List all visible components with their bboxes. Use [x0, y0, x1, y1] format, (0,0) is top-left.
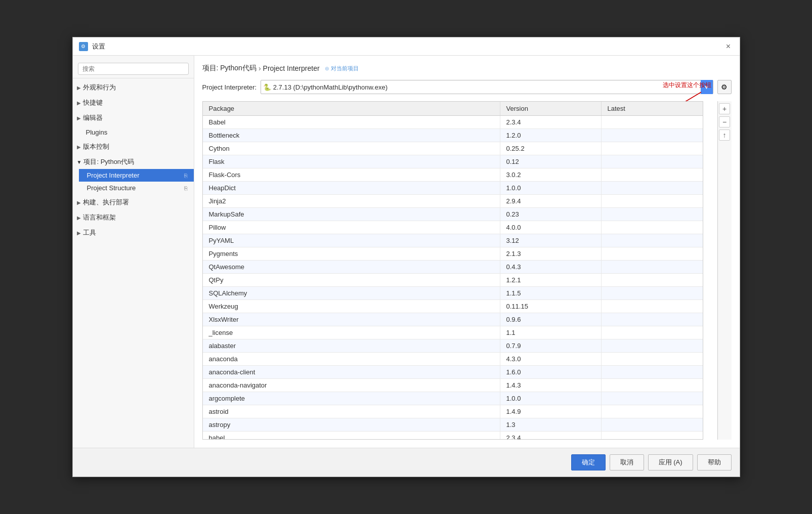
td-version: 1.0.0	[500, 392, 602, 405]
sidebar-item-tools[interactable]: ▶ 工具	[73, 226, 194, 240]
sidebar-group-tools: ▶ 工具	[73, 226, 194, 240]
breadcrumb-current: Project Interpreter	[263, 64, 320, 72]
arrow-icon: ▶	[77, 115, 81, 121]
help-button[interactable]: 帮助	[697, 454, 732, 470]
td-latest	[602, 129, 703, 142]
table-row[interactable]: SQLAlchemy 1.1.5	[203, 287, 703, 300]
sidebar-label-editor: 编辑器	[83, 113, 103, 122]
td-version: 0.7.9	[500, 339, 602, 352]
td-version: 0.11.15	[500, 300, 602, 313]
td-package: HeapDict	[203, 182, 500, 194]
td-version: 1.1	[500, 326, 602, 339]
table-row[interactable]: anaconda 4.3.0	[203, 353, 703, 366]
table-row[interactable]: Werkzeug 0.11.15	[203, 300, 703, 313]
sidebar-item-project-structure[interactable]: Project Structure ⎘	[79, 182, 194, 194]
footer: 确定 取消 应用 (A) 帮助	[73, 448, 740, 477]
table-row[interactable]: QtAwesome 0.4.3	[203, 261, 703, 274]
copy-icon: ⎘	[184, 173, 188, 179]
td-latest	[602, 339, 703, 352]
td-package: Flask	[203, 155, 500, 168]
interpreter-value: 🐍 2.7.13 (D:\pythonMathLib\pythonw.exe)	[261, 83, 700, 91]
search-input[interactable]	[78, 63, 189, 75]
td-package: babel	[203, 432, 500, 439]
sidebar-item-build[interactable]: ▶ 构建、执行部署	[73, 195, 194, 209]
td-package: _license	[203, 326, 500, 339]
sidebar-item-appearance[interactable]: ▶ 外观和行为	[73, 80, 194, 95]
cancel-button[interactable]: 取消	[610, 454, 644, 470]
sidebar-item-project[interactable]: ▼ 项目: Python代码	[73, 155, 194, 169]
table-header: Package Version Latest	[203, 102, 703, 116]
td-version: 1.3	[500, 418, 602, 431]
sidebar-item-project-interpreter[interactable]: Project Interpreter ⎘	[79, 169, 194, 182]
sidebar-label-lang: 语言和框架	[83, 213, 116, 222]
td-version: 1.2.1	[500, 274, 602, 286]
sidebar-item-lang[interactable]: ▶ 语言和框架	[73, 210, 194, 225]
table-row[interactable]: Cython 0.25.2	[203, 142, 703, 155]
sidebar-label-project-interpreter: Project Interpreter	[87, 172, 140, 179]
table-row[interactable]: MarkupSafe 0.23	[203, 208, 703, 221]
interpreter-settings-button[interactable]: ⚙	[717, 80, 732, 94]
table-row[interactable]: astroid 1.4.9	[203, 405, 703, 418]
close-button[interactable]: ×	[723, 41, 734, 52]
breadcrumb-badge[interactable]: ⊙ 对当前项目	[325, 65, 359, 72]
td-package: anaconda	[203, 353, 500, 365]
table-row[interactable]: _license 1.1	[203, 326, 703, 339]
td-latest	[602, 405, 703, 418]
table-row[interactable]: Jinja2 2.9.4	[203, 195, 703, 208]
ok-button[interactable]: 确定	[571, 454, 606, 470]
remove-package-button[interactable]: −	[719, 116, 730, 127]
upgrade-package-button[interactable]: ↑	[719, 130, 730, 141]
table-row[interactable]: HeapDict 1.0.0	[203, 182, 703, 195]
td-version: 3.0.2	[500, 168, 602, 181]
sidebar-item-shortcuts[interactable]: ▶ 快捷键	[73, 96, 194, 110]
td-version: 0.23	[500, 208, 602, 221]
table-row[interactable]: XlsxWriter 0.9.6	[203, 313, 703, 326]
td-package: astroid	[203, 405, 500, 418]
table-row[interactable]: alabaster 0.7.9	[203, 339, 703, 353]
table-row[interactable]: Bottleneck 1.2.0	[203, 129, 703, 142]
sidebar-group-project: ▼ 项目: Python代码 Project Interpreter ⎘ Pro…	[73, 155, 194, 194]
td-version: 1.1.5	[500, 287, 602, 299]
sidebar-label-project-structure: Project Structure	[87, 184, 136, 192]
table-row[interactable]: Flask 0.12	[203, 155, 703, 168]
sidebar-item-plugins[interactable]: Plugins	[73, 126, 194, 139]
col-version: Version	[500, 102, 602, 115]
td-version: 1.6.0	[500, 366, 602, 378]
td-package: Pillow	[203, 221, 500, 234]
table-row[interactable]: Babel 2.3.4	[203, 116, 703, 129]
table-row[interactable]: Pillow 4.0.0	[203, 221, 703, 234]
sidebar-group-shortcuts: ▶ 快捷键	[73, 96, 194, 110]
sidebar-group-plugins: Plugins	[73, 126, 194, 139]
td-package: SQLAlchemy	[203, 287, 500, 299]
td-package: astropy	[203, 418, 500, 431]
table-row[interactable]: Flask-Cors 3.0.2	[203, 168, 703, 182]
sidebar-item-editor[interactable]: ▶ 编辑器	[73, 111, 194, 125]
interpreter-row: Project Interpreter: 🐍 2.7.13 (D:\python…	[202, 80, 732, 94]
sidebar: ▶ 外观和行为 ▶ 快捷键 ▶ 编辑器 Plugins	[73, 56, 194, 448]
table-row[interactable]: PyYAML 3.12	[203, 234, 703, 247]
sidebar-label-tools: 工具	[83, 228, 96, 237]
table-row[interactable]: QtPy 1.2.1	[203, 274, 703, 287]
td-latest	[602, 379, 703, 392]
table-row[interactable]: babel 2.3.4	[203, 432, 703, 439]
add-package-button[interactable]: +	[719, 103, 730, 114]
apply-button[interactable]: 应用 (A)	[648, 454, 693, 470]
sidebar-group-editor: ▶ 编辑器	[73, 111, 194, 125]
content-area: ▶ 外观和行为 ▶ 快捷键 ▶ 编辑器 Plugins	[73, 56, 740, 448]
sidebar-item-vcs[interactable]: ▶ 版本控制	[73, 140, 194, 154]
td-latest	[602, 418, 703, 431]
table-row[interactable]: astropy 1.3	[203, 418, 703, 432]
table-wrapper: Package Version Latest Babel 2.3.4 Bottl…	[202, 101, 703, 440]
sidebar-label-project: 项目: Python代码	[83, 157, 134, 166]
sidebar-group-appearance: ▶ 外观和行为	[73, 80, 194, 95]
copy-icon2: ⎘	[184, 185, 188, 191]
table-row[interactable]: anaconda-navigator 1.4.3	[203, 379, 703, 392]
sidebar-group-vcs: ▶ 版本控制	[73, 140, 194, 154]
table-row[interactable]: anaconda-client 1.6.0	[203, 366, 703, 379]
td-latest	[602, 155, 703, 168]
td-latest	[602, 313, 703, 326]
td-version: 0.25.2	[500, 142, 602, 155]
table-row[interactable]: argcomplete 1.0.0	[203, 392, 703, 405]
td-latest	[602, 326, 703, 339]
table-row[interactable]: Pygments 2.1.3	[203, 247, 703, 261]
